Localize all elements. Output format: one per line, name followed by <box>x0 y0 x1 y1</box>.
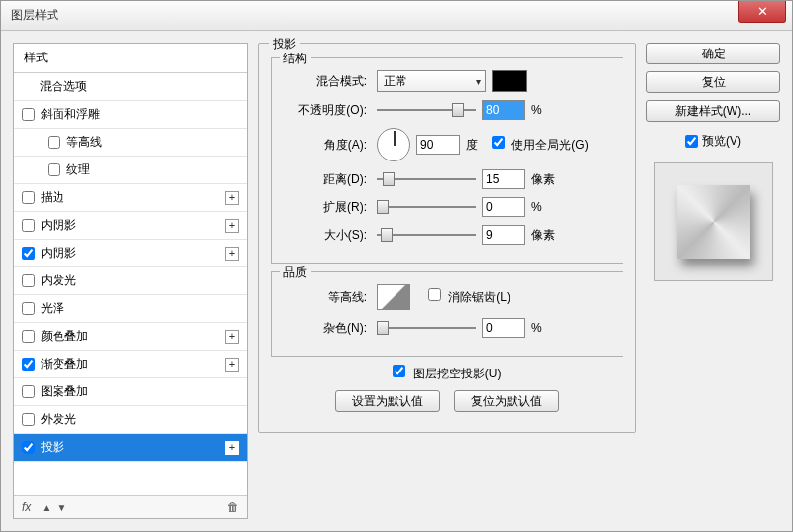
angle-degree: 度 <box>466 137 478 154</box>
size-slider[interactable] <box>377 227 476 243</box>
styles-sidebar: 样式 混合选项斜面和浮雕等高线纹理描边+内阴影+内阴影+内发光光泽颜色叠加+渐变… <box>13 43 248 519</box>
sidebar-item-label: 等高线 <box>66 134 102 151</box>
structure-title: 结构 <box>280 51 311 67</box>
size-unit: 像素 <box>531 227 555 244</box>
distance-unit: 像素 <box>531 171 555 188</box>
move-down-icon[interactable]: ▼ <box>55 500 68 514</box>
add-instance-icon[interactable]: + <box>225 247 239 261</box>
add-instance-icon[interactable]: + <box>225 191 239 205</box>
sidebar-item-checkbox[interactable] <box>22 108 35 121</box>
right-buttons: 确定 复位 新建样式(W)... 预览(V) <box>646 43 780 519</box>
add-instance-icon[interactable]: + <box>225 358 239 372</box>
antialias-checkbox[interactable]: 消除锯齿(L) <box>428 288 510 306</box>
sidebar-item-13[interactable]: 投影+ <box>14 434 247 462</box>
sidebar-item-checkbox[interactable] <box>48 163 60 176</box>
noise-unit: % <box>531 321 555 335</box>
sidebar-item-label: 投影 <box>41 439 64 456</box>
sidebar-footer: fx ▲ ▼ 🗑 <box>14 495 247 518</box>
preview-checkbox[interactable]: 预览(V) <box>646 129 780 154</box>
opacity-input[interactable] <box>482 100 525 120</box>
sidebar-item-3[interactable]: 纹理 <box>14 157 247 184</box>
noise-label: 杂色(N): <box>282 320 371 337</box>
opacity-unit: % <box>531 103 555 117</box>
sidebar-item-6[interactable]: 内阴影+ <box>14 240 247 267</box>
sidebar-item-label: 混合选项 <box>40 78 87 95</box>
contour-picker[interactable] <box>377 284 410 310</box>
angle-dial[interactable] <box>377 128 410 161</box>
sidebar-item-label: 纹理 <box>66 161 90 178</box>
sidebar-item-checkbox[interactable] <box>48 136 60 149</box>
move-up-icon[interactable]: ▲ <box>39 500 53 514</box>
layer-style-dialog: 图层样式 ✕ 样式 混合选项斜面和浮雕等高线纹理描边+内阴影+内阴影+内发光光泽… <box>0 0 793 532</box>
quality-title: 品质 <box>280 265 311 281</box>
sidebar-item-label: 外发光 <box>41 411 76 428</box>
sidebar-item-11[interactable]: 图案叠加 <box>14 378 247 406</box>
sidebar-item-label: 光泽 <box>41 300 64 317</box>
preview-box <box>654 162 773 281</box>
window-title: 图层样式 <box>11 7 738 24</box>
sidebar-item-label: 内阴影 <box>41 217 76 234</box>
sidebar-item-checkbox[interactable] <box>22 247 35 260</box>
angle-input[interactable] <box>416 135 460 155</box>
sidebar-header: 样式 <box>14 44 247 73</box>
new-style-button[interactable]: 新建样式(W)... <box>646 100 780 122</box>
noise-slider[interactable] <box>377 320 476 336</box>
contour-label: 等高线: <box>282 289 371 306</box>
sidebar-item-label: 颜色叠加 <box>41 328 88 345</box>
opacity-slider[interactable] <box>377 102 476 118</box>
sidebar-item-0[interactable]: 混合选项 <box>14 73 247 101</box>
add-instance-icon[interactable]: + <box>225 330 239 344</box>
sidebar-item-checkbox[interactable] <box>22 385 35 398</box>
sidebar-item-checkbox[interactable] <box>22 302 35 315</box>
size-label: 大小(S): <box>282 227 371 244</box>
spread-input[interactable] <box>482 197 525 217</box>
sidebar-item-label: 图案叠加 <box>41 383 88 400</box>
angle-label: 角度(A): <box>282 137 371 154</box>
sidebar-item-4[interactable]: 描边+ <box>14 184 247 212</box>
spread-label: 扩展(R): <box>282 199 371 216</box>
trash-icon[interactable]: 🗑 <box>227 500 239 514</box>
fx-icon[interactable]: fx <box>22 500 31 514</box>
titlebar: 图层样式 ✕ <box>1 1 792 31</box>
ok-button[interactable]: 确定 <box>646 43 780 64</box>
sidebar-item-label: 内发光 <box>41 272 76 289</box>
add-instance-icon[interactable]: + <box>225 219 239 233</box>
set-default-button[interactable]: 设置为默认值 <box>335 390 440 412</box>
sidebar-item-checkbox[interactable] <box>22 191 35 204</box>
sidebar-item-label: 斜面和浮雕 <box>41 106 100 123</box>
add-instance-icon[interactable]: + <box>225 441 239 455</box>
sidebar-item-1[interactable]: 斜面和浮雕 <box>14 101 247 129</box>
cancel-button[interactable]: 复位 <box>646 71 780 93</box>
knockout-checkbox[interactable]: 图层挖空投影(U) <box>393 365 501 382</box>
spread-unit: % <box>531 200 555 214</box>
sidebar-item-label: 内阴影 <box>41 245 76 262</box>
sidebar-item-checkbox[interactable] <box>22 219 35 232</box>
sidebar-item-5[interactable]: 内阴影+ <box>14 212 247 240</box>
spread-slider[interactable] <box>377 199 476 215</box>
size-input[interactable] <box>482 225 525 245</box>
sidebar-item-7[interactable]: 内发光 <box>14 267 247 295</box>
shadow-color-swatch[interactable] <box>492 70 527 92</box>
drop-shadow-group: 投影 结构 混合模式: 正常 不透明度(O): % <box>258 43 636 433</box>
sidebar-item-checkbox[interactable] <box>22 441 35 454</box>
sidebar-item-checkbox[interactable] <box>22 274 35 287</box>
global-light-checkbox[interactable]: 使用全局光(G) <box>492 136 589 154</box>
sidebar-item-8[interactable]: 光泽 <box>14 295 247 323</box>
close-button[interactable]: ✕ <box>738 1 786 23</box>
sidebar-item-12[interactable]: 外发光 <box>14 406 247 434</box>
sidebar-item-checkbox[interactable] <box>22 330 35 343</box>
quality-group: 品质 等高线: 消除锯齿(L) 杂色(N): % <box>271 271 623 357</box>
sidebar-item-2[interactable]: 等高线 <box>14 129 247 157</box>
blend-mode-select[interactable]: 正常 <box>377 70 486 92</box>
sidebar-item-9[interactable]: 颜色叠加+ <box>14 323 247 351</box>
sidebar-item-checkbox[interactable] <box>22 358 35 371</box>
sidebar-item-label: 渐变叠加 <box>41 356 88 372</box>
reset-default-button[interactable]: 复位为默认值 <box>454 390 559 412</box>
distance-slider[interactable] <box>377 171 476 187</box>
noise-input[interactable] <box>482 318 525 338</box>
distance-input[interactable] <box>482 169 525 189</box>
distance-label: 距离(D): <box>282 171 371 188</box>
sidebar-item-10[interactable]: 渐变叠加+ <box>14 351 247 378</box>
preview-thumbnail <box>677 185 750 259</box>
sidebar-item-checkbox[interactable] <box>22 413 35 426</box>
